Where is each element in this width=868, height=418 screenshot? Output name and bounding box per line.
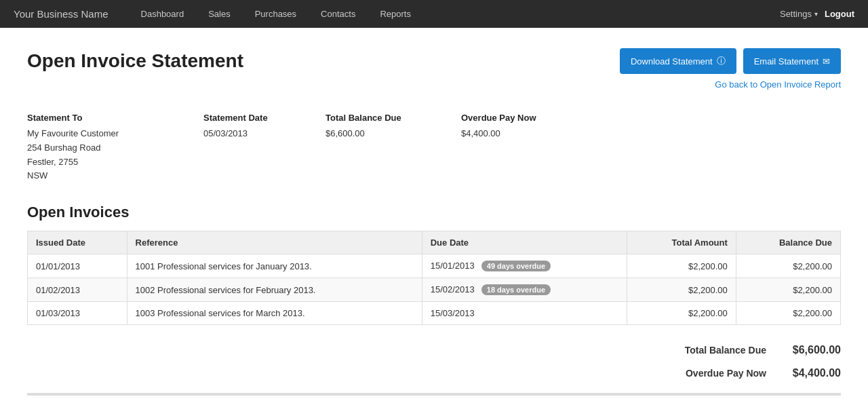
nav-right: Settings Logout [780, 9, 854, 19]
nav-dashboard[interactable]: Dashboard [129, 0, 197, 28]
email-statement-button[interactable]: Email Statement ✉ [743, 48, 841, 74]
back-link[interactable]: Go back to Open Invoice Report [715, 79, 841, 90]
navbar: Your Business Name Dashboard Sales Purch… [0, 0, 868, 28]
table-row: 01/03/20131003 Professional services for… [28, 302, 841, 325]
table-row: 01/01/20131001 Professional services for… [28, 254, 841, 278]
header-buttons: Download Statement ⓘ Email Statement ✉ [620, 48, 841, 74]
cell-balance-due: $2,200.00 [736, 254, 840, 278]
cell-due-date: 15/01/201349 days overdue [422, 254, 627, 278]
overdue-pay-row: Overdue Pay Now $4,400.00 [27, 367, 841, 379]
page-title: Open Invoice Statement [27, 50, 243, 72]
cell-reference: 1003 Professional services for March 201… [127, 302, 422, 325]
back-link-container: Go back to Open Invoice Report [27, 79, 841, 90]
cell-issued-date: 01/03/2013 [28, 302, 127, 325]
statement-to-state: NSW [27, 169, 203, 183]
statement-date-value: 05/03/2013 [203, 127, 326, 141]
download-statement-button[interactable]: Download Statement ⓘ [620, 48, 736, 74]
page-header: Open Invoice Statement Download Statemen… [27, 48, 841, 74]
statement-date-col: Statement Date 05/03/2013 [203, 113, 326, 183]
statement-date-label: Statement Date [203, 113, 326, 123]
col-reference: Reference [127, 231, 422, 254]
statement-balance-value: $6,600.00 [326, 127, 461, 141]
statement-overdue-value: $4,400.00 [461, 127, 597, 141]
invoice-table-body: 01/01/20131001 Professional services for… [28, 254, 841, 325]
total-balance-row: Total Balance Due $6,600.00 [27, 344, 841, 356]
cell-due-date: 15/03/2013 [422, 302, 627, 325]
email-statement-label: Email Statement [754, 56, 818, 66]
statement-to-address2: Festler, 2755 [27, 155, 203, 170]
nav-links: Dashboard Sales Purchases Contacts Repor… [129, 0, 780, 28]
email-icon: ✉ [823, 56, 830, 66]
col-issued-date: Issued Date [28, 231, 127, 254]
cell-due-date: 15/02/201318 days overdue [422, 278, 627, 302]
cell-total-amount: $2,200.00 [627, 302, 736, 325]
cell-reference: 1002 Professional services for February … [127, 278, 422, 302]
bottom-border [27, 393, 841, 396]
invoices-table: Issued Date Reference Due Date Total Amo… [27, 231, 841, 325]
statement-info: Statement To My Favourite Customer 254 B… [27, 106, 841, 183]
total-balance-value: $6,600.00 [780, 344, 841, 356]
statement-balance-col: Total Balance Due $6,600.00 [326, 113, 461, 183]
nav-sales[interactable]: Sales [196, 0, 243, 28]
main-content: Open Invoice Statement Download Statemen… [0, 28, 868, 416]
col-due-date: Due Date [422, 231, 627, 254]
totals-section: Total Balance Due $6,600.00 Overdue Pay … [27, 339, 841, 379]
overdue-badge: 49 days overdue [481, 261, 551, 271]
cell-issued-date: 01/02/2013 [28, 278, 127, 302]
total-balance-label: Total Balance Due [685, 345, 766, 356]
settings-menu[interactable]: Settings [780, 9, 818, 19]
cell-issued-date: 01/01/2013 [28, 254, 127, 278]
col-balance-due: Balance Due [736, 231, 840, 254]
statement-to-address1: 254 Burshag Road [27, 141, 203, 155]
invoices-section-title: Open Invoices [27, 204, 841, 221]
statement-balance-label: Total Balance Due [326, 113, 461, 123]
statement-overdue-col: Overdue Pay Now $4,400.00 [461, 113, 597, 183]
cell-total-amount: $2,200.00 [627, 278, 736, 302]
nav-contacts[interactable]: Contacts [309, 0, 368, 28]
nav-purchases[interactable]: Purchases [243, 0, 309, 28]
overdue-badge: 18 days overdue [481, 284, 551, 295]
col-total-amount: Total Amount [627, 231, 736, 254]
cell-balance-due: $2,200.00 [736, 278, 840, 302]
download-icon: ⓘ [717, 55, 726, 67]
overdue-pay-label: Overdue Pay Now [686, 368, 766, 379]
statement-to-col: Statement To My Favourite Customer 254 B… [27, 113, 203, 183]
overdue-pay-value: $4,400.00 [780, 367, 841, 379]
cell-balance-due: $2,200.00 [736, 302, 840, 325]
table-row: 01/02/20131002 Professional services for… [28, 278, 841, 302]
brand: Your Business Name [14, 8, 108, 20]
table-header-row: Issued Date Reference Due Date Total Amo… [28, 231, 841, 254]
cell-reference: 1001 Professional services for January 2… [127, 254, 422, 278]
nav-reports[interactable]: Reports [368, 0, 423, 28]
statement-overdue-label: Overdue Pay Now [461, 113, 597, 123]
logout-button[interactable]: Logout [825, 9, 854, 19]
cell-total-amount: $2,200.00 [627, 254, 736, 278]
statement-to-name: My Favourite Customer [27, 127, 203, 141]
download-statement-label: Download Statement [631, 56, 713, 66]
statement-to-label: Statement To [27, 113, 203, 123]
